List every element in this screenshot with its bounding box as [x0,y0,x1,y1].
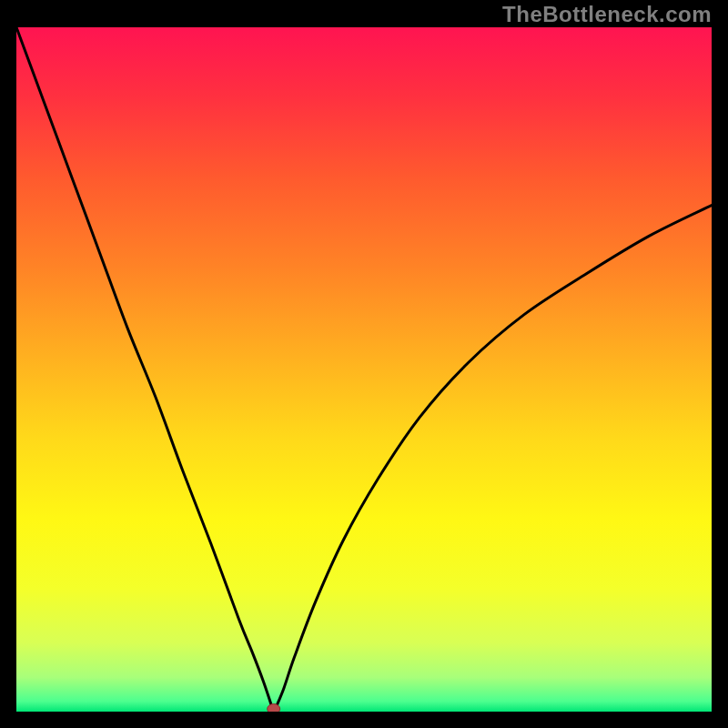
plot-area [16,27,712,712]
chart-svg [16,27,712,712]
gradient-background [16,27,712,712]
optimal-point-marker [268,704,280,713]
chart-container: TheBottleneck.com [0,0,728,728]
watermark-text: TheBottleneck.com [502,2,712,27]
